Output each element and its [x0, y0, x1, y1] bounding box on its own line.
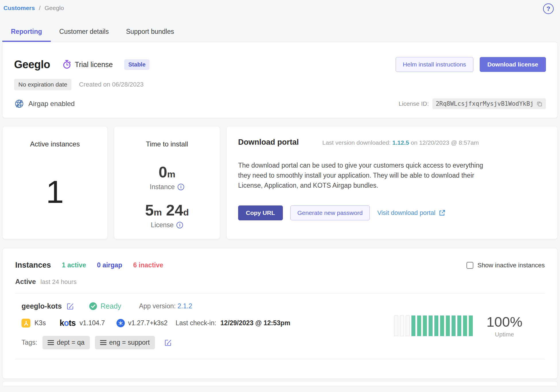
- uptime-bar: [406, 315, 410, 336]
- app-version-link[interactable]: 2.1.2: [178, 302, 192, 310]
- active-instances-value: 1: [46, 173, 64, 210]
- visit-download-portal-link[interactable]: Visit download portal: [377, 209, 446, 217]
- license-type-group: Trial license: [62, 60, 113, 69]
- stats-row: Active instances 1 Time to install 0m In…: [2, 126, 558, 239]
- count-airgap[interactable]: 0 airgap: [97, 261, 122, 269]
- uptime-bar: [469, 315, 473, 336]
- help-icon[interactable]: ?: [543, 3, 554, 14]
- generate-new-password-button[interactable]: Generate new password: [290, 205, 370, 220]
- instance-status-label: Ready: [100, 302, 121, 310]
- breadcrumb-current: Geeglo: [44, 5, 64, 11]
- instance-install-value: 0: [159, 163, 167, 181]
- tab-customer-details[interactable]: Customer details: [51, 25, 118, 42]
- count-inactive[interactable]: 6 inactive: [133, 261, 163, 269]
- uptime-bar: [429, 315, 433, 336]
- kubernetes-icon: [116, 319, 125, 327]
- tab-support-bundles[interactable]: Support bundles: [117, 25, 183, 42]
- k3s-icon: [22, 319, 30, 328]
- download-portal-description: The download portal can be used to give …: [238, 160, 491, 191]
- uptime-label: Uptime: [487, 331, 522, 338]
- divider: [15, 359, 545, 359]
- instance-install-time: 0m Instance i: [150, 163, 184, 191]
- show-inactive-checkbox[interactable]: [466, 262, 473, 269]
- uptime-bar: [400, 315, 404, 336]
- kubernetes-version: v1.27.7+k3s2: [128, 319, 168, 327]
- airgap-globe-icon: [14, 99, 24, 109]
- uptime-bars: [394, 315, 473, 336]
- uptime-bar: [452, 315, 456, 336]
- tab-reporting[interactable]: Reporting: [2, 25, 51, 42]
- last-version-link[interactable]: 1.12.5: [392, 139, 409, 146]
- time-to-install-title: Time to install: [146, 140, 188, 148]
- instances-title: Instances: [15, 261, 51, 270]
- count-active[interactable]: 1 active: [62, 261, 86, 269]
- airgap-label: Airgap enabled: [28, 100, 75, 108]
- distro-group: K3s: [22, 319, 46, 328]
- uptime-bar: [423, 315, 427, 336]
- instance-name: geeglo-kots: [22, 302, 62, 310]
- uptime-bar: [446, 315, 450, 336]
- download-portal-title: Download portal: [238, 138, 299, 147]
- uptime-percent: 100%: [487, 314, 522, 330]
- show-inactive-toggle[interactable]: Show inactive instances: [466, 262, 545, 269]
- license-id-group: License ID: 2Rq8WLcsjfxqrMysjvB1WodYkBj: [399, 98, 546, 109]
- active-section-range: last 24 hours: [40, 278, 77, 286]
- instance-status: Ready: [89, 302, 121, 310]
- customer-name: Geeglo: [14, 58, 50, 71]
- ready-check-icon: [89, 302, 97, 310]
- copy-url-button[interactable]: Copy URL: [238, 205, 283, 220]
- breadcrumb: Customers / Geeglo: [3, 3, 64, 11]
- license-type-label: Trial license: [75, 60, 113, 69]
- trial-timer-icon: [62, 60, 71, 69]
- license-id-label: License ID:: [399, 100, 429, 107]
- kubernetes-version-group: v1.27.7+k3s2: [116, 319, 168, 327]
- instance-info-icon[interactable]: i: [178, 184, 184, 190]
- tag-pill: eng = support: [95, 336, 155, 349]
- customer-header-card: Geeglo Trial license Stable Helm install…: [2, 42, 558, 118]
- external-link-icon: [438, 209, 446, 217]
- helm-install-instructions-button[interactable]: Helm install instructions: [396, 57, 473, 72]
- time-to-install-card: Time to install 0m Instance i 5m 24d Lic…: [114, 126, 220, 239]
- active-instances-card: Active instances 1: [2, 126, 108, 239]
- instance-install-label: Instance: [150, 183, 175, 191]
- download-portal-card: Download portal Last version downloaded:…: [226, 126, 558, 239]
- license-id-pill: 2Rq8WLcsjfxqrMysjvB1WodYkBj: [432, 98, 546, 109]
- tags-label: Tags:: [22, 339, 37, 346]
- instance-row: geeglo-kots Ready App ve: [15, 293, 545, 349]
- license-install-value2: 24: [166, 201, 183, 219]
- tag-lines-icon: [100, 340, 106, 345]
- breadcrumb-separator: /: [39, 5, 41, 11]
- edit-tags-icon[interactable]: [164, 339, 172, 347]
- breadcrumb-customers-link[interactable]: Customers: [3, 5, 35, 11]
- channel-badge: Stable: [124, 59, 149, 70]
- airgap-group: Airgap enabled: [14, 99, 75, 109]
- license-id-value: 2Rq8WLcsjfxqrMysjvB1WodYkBj: [436, 100, 534, 107]
- active-instances-title: Active instances: [30, 140, 80, 148]
- license-install-value1: 5: [145, 201, 154, 219]
- license-install-label: License: [151, 221, 174, 229]
- uptime-bar: [463, 315, 467, 336]
- download-license-button[interactable]: Download license: [480, 57, 546, 72]
- topbar: Customers / Geeglo ?: [2, 0, 558, 14]
- kots-version: v1.104.7: [79, 319, 105, 327]
- last-checkin-group: Last check-in: 12/29/2023 @ 12:53pm: [176, 319, 290, 327]
- next-section-card-top: [2, 381, 558, 386]
- uptime-group: 100% Uptime: [394, 314, 540, 338]
- tab-bar: Reporting Customer details Support bundl…: [2, 25, 558, 42]
- show-inactive-label: Show inactive instances: [477, 262, 545, 269]
- edit-instance-name-icon[interactable]: [66, 302, 74, 310]
- active-section-heading: Active: [15, 278, 36, 286]
- uptime-bar: [411, 315, 415, 336]
- tags-list: dept = qaeng = support: [42, 336, 155, 349]
- license-install-time: 5m 24d License i: [145, 201, 189, 229]
- created-date: Created on 06/28/2023: [79, 81, 143, 88]
- kots-logo: kots: [60, 318, 76, 328]
- expiration-badge: No expiration date: [14, 79, 71, 90]
- license-info-icon[interactable]: i: [176, 222, 183, 228]
- tag-lines-icon: [48, 340, 54, 345]
- copy-icon[interactable]: [536, 101, 542, 107]
- distro-label: K3s: [34, 319, 46, 327]
- instances-card: Instances 1 active 0 airgap 6 inactive S…: [2, 248, 558, 379]
- uptime-bar: [394, 315, 398, 336]
- uptime-bar: [457, 315, 461, 336]
